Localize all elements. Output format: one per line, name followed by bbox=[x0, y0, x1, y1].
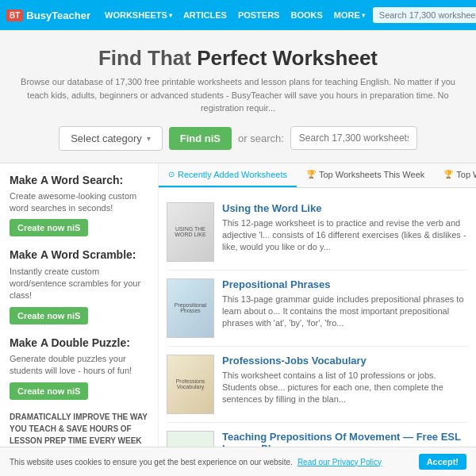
worksheet-list: USING THE WORD LIKE Using the Word Like … bbox=[159, 188, 476, 477]
worksheet-info-2: Professions-Jobs Vocabulary This workshe… bbox=[222, 355, 468, 414]
nav-search-input[interactable] bbox=[373, 7, 476, 23]
worksheet-desc-0: This 12-page worksheet is to practice an… bbox=[222, 217, 468, 254]
promo-text: DRAMATICALLY IMPROVE THE WAY YOU TEACH &… bbox=[10, 411, 148, 447]
worksheet-title-2[interactable]: Professions-Jobs Vocabulary bbox=[222, 355, 468, 367]
hero-title: Find That Perfect Worksheet bbox=[16, 46, 460, 71]
find-button[interactable]: Find niS bbox=[169, 127, 232, 150]
top-c-icon: 🏆 bbox=[443, 170, 453, 178]
cookie-text: This website uses cookies to ensure you … bbox=[10, 458, 293, 466]
recently-added-icon: ⊙ bbox=[168, 170, 175, 178]
more-arrow-icon: ▾ bbox=[362, 12, 365, 19]
word-search-desc: Create awesome-looking custom word searc… bbox=[10, 190, 148, 215]
tab-recently-added[interactable]: ⊙ Recently Added Worksheets bbox=[159, 163, 297, 187]
logo-text: BusyTeacher bbox=[26, 10, 90, 21]
category-arrow-icon: ▾ bbox=[147, 134, 151, 143]
category-select-button[interactable]: Select category ▾ bbox=[59, 126, 163, 151]
hero-search-input[interactable] bbox=[290, 126, 417, 150]
worksheet-thumb-0: USING THE WORD LIKE bbox=[167, 202, 214, 262]
main-content: Make A Word Search: Create awesome-looki… bbox=[0, 163, 476, 477]
logo[interactable]: BT BusyTeacher bbox=[6, 10, 90, 21]
table-row: Prepositional Phrases Prepositional Phra… bbox=[167, 271, 468, 347]
double-puzzle-heading: Make A Double Puzzle: bbox=[10, 336, 148, 350]
nav-links: WORKSHEETS ▾ ARTICLES POSTERS BOOKS MORE… bbox=[100, 7, 370, 23]
word-scramble-desc: Instantly create custom word/sentence sc… bbox=[10, 266, 148, 302]
navigation: BT BusyTeacher WORKSHEETS ▾ ARTICLES POS… bbox=[0, 0, 476, 30]
nav-more[interactable]: MORE ▾ bbox=[329, 7, 370, 23]
worksheet-desc-1: This 13-page grammar guide includes prep… bbox=[222, 294, 468, 330]
worksheets-arrow-icon: ▾ bbox=[169, 12, 172, 19]
worksheet-desc-2: This worksheet contains a list of 10 pro… bbox=[222, 370, 468, 406]
worksheet-thumb-1: Prepositional Phrases bbox=[167, 278, 214, 338]
nav-books[interactable]: BOOKS bbox=[286, 7, 327, 23]
word-scramble-card: Make A Word Scramble: Instantly create c… bbox=[10, 248, 148, 324]
double-puzzle-card: Make A Double Puzzle: Generate double pu… bbox=[10, 336, 148, 400]
table-row: USING THE WORD LIKE Using the Word Like … bbox=[167, 194, 468, 271]
logo-icon: BT bbox=[6, 10, 23, 21]
content-area: ⊙ Recently Added Worksheets 🏆 Top Worksh… bbox=[159, 163, 476, 477]
hero-description: Browse our database of 17,300 free print… bbox=[16, 75, 460, 115]
tab-top-week-label: Top Worksheets This Week bbox=[319, 170, 424, 179]
worksheet-info-1: Prepositional Phrases This 13-page gramm… bbox=[222, 278, 468, 338]
word-scramble-create-button[interactable]: Create now niS bbox=[10, 307, 88, 324]
hero-actions: Select category ▾ Find niS or search: bbox=[16, 126, 460, 151]
or-label: or search: bbox=[238, 132, 284, 144]
nav-articles[interactable]: ARTICLES bbox=[178, 7, 232, 23]
tab-top-week[interactable]: 🏆 Top Worksheets This Week bbox=[297, 163, 434, 187]
tab-recently-added-label: Recently Added Worksheets bbox=[178, 170, 287, 179]
cookie-bar: This website uses cookies to ensure you … bbox=[0, 447, 476, 476]
sidebar-promo: DRAMATICALLY IMPROVE THE WAY YOU TEACH &… bbox=[10, 411, 148, 447]
content-tabs: ⊙ Recently Added Worksheets 🏆 Top Worksh… bbox=[159, 163, 476, 188]
worksheet-info-0: Using the Word Like This 12-page workshe… bbox=[222, 202, 468, 262]
top-week-icon: 🏆 bbox=[306, 170, 316, 178]
hero-section: Find That Perfect Worksheet Browse our d… bbox=[0, 30, 476, 163]
worksheet-title-0[interactable]: Using the Word Like bbox=[222, 202, 468, 214]
nav-worksheets[interactable]: WORKSHEETS ▾ bbox=[100, 7, 177, 23]
privacy-policy-link[interactable]: Read our Privacy Policy bbox=[298, 458, 382, 466]
sidebar: Make A Word Search: Create awesome-looki… bbox=[0, 163, 159, 477]
nav-posters[interactable]: POSTERS bbox=[233, 7, 285, 23]
double-puzzle-create-button[interactable]: Create now niS bbox=[10, 382, 88, 400]
table-row: Professions Vocabulary Professions-Jobs … bbox=[167, 347, 468, 423]
word-scramble-heading: Make A Word Scramble: bbox=[10, 248, 148, 262]
word-search-create-button[interactable]: Create now niS bbox=[10, 219, 88, 236]
double-puzzle-desc: Generate double puzzles your students wi… bbox=[10, 353, 148, 378]
worksheet-thumb-2: Professions Vocabulary bbox=[167, 355, 214, 414]
worksheet-title-1[interactable]: Prepositional Phrases bbox=[222, 278, 468, 290]
word-search-card: Make A Word Search: Create awesome-looki… bbox=[10, 173, 148, 237]
tab-top-c-label: Top Worksheets C... bbox=[456, 170, 476, 179]
word-search-heading: Make A Word Search: bbox=[10, 173, 148, 187]
accept-button[interactable]: Accept! bbox=[419, 454, 466, 470]
tab-top-c[interactable]: 🏆 Top Worksheets C... bbox=[434, 163, 476, 187]
